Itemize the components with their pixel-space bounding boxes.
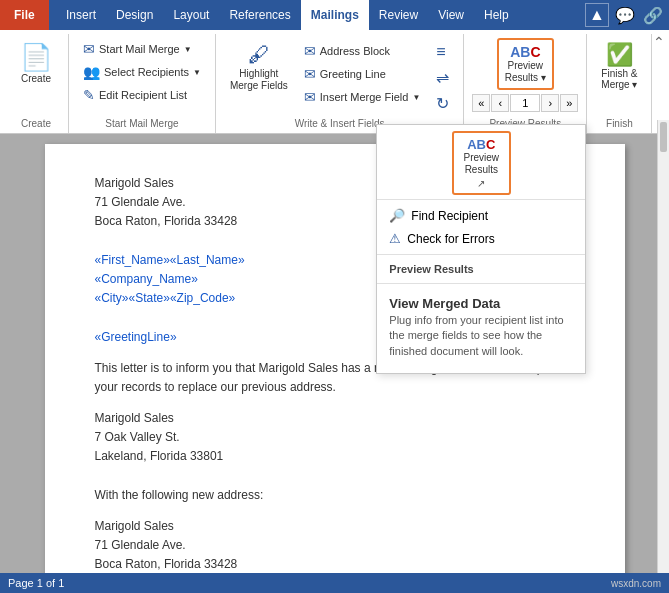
edit-recipient-label: Edit Recipient List (99, 89, 187, 101)
dropdown-abc-icon: ABC (464, 137, 500, 152)
view-merged-data-title: View Merged Data (377, 288, 585, 313)
doc-addr3-2: Boca Raton, Florida 33428 (95, 555, 575, 574)
group-write-insert: 🖋 HighlightMerge Fields ✉ Address Block … (216, 34, 464, 133)
view-merged-data-desc: Plug info from your recipient list into … (377, 313, 585, 365)
tab-mailings[interactable]: Mailings (301, 0, 369, 30)
collapse-ribbon-button[interactable]: ⌃ (653, 34, 665, 50)
tab-design[interactable]: Design (106, 0, 163, 30)
preview-results-label: PreviewResults ▾ (505, 60, 546, 84)
dropdown-preview-label: PreviewResults (464, 152, 500, 176)
tab-review[interactable]: Review (369, 0, 428, 30)
last-record-button[interactable]: » (560, 94, 578, 112)
doc-with-following: With the following new address: (95, 486, 575, 505)
dropdown-divider-1 (377, 199, 585, 200)
find-recipient-label: Find Recipient (411, 209, 488, 223)
create-group-label: Create (21, 116, 51, 129)
watermark-text: wsxdn.com (611, 578, 661, 589)
create-label: Create (21, 73, 51, 84)
start-mail-merge-chevron: ▼ (184, 45, 192, 54)
rules-button[interactable]: ≡ (430, 40, 455, 64)
check-for-errors-label: Check for Errors (407, 232, 494, 246)
group-preview-results: ABC PreviewResults ▾ « ‹ › » Preview Res… (464, 34, 587, 133)
edit-list-icon: ✎ (83, 87, 95, 103)
tab-references[interactable]: References (219, 0, 300, 30)
prev-record-button[interactable]: ‹ (491, 94, 509, 112)
preview-results-dropdown: ABC PreviewResults ↗ 🔎 Find Recipient ⚠ … (376, 124, 586, 374)
create-button[interactable]: 📄 Create (12, 38, 60, 88)
greeting-line-button[interactable]: ✉ Greeting Line (298, 63, 427, 85)
check-for-errors-item[interactable]: ⚠ Check for Errors (377, 227, 585, 250)
tab-layout[interactable]: Layout (163, 0, 219, 30)
first-record-button[interactable]: « (472, 94, 490, 112)
doc-sender2: Marigold Sales (95, 409, 575, 428)
highlight-merge-fields-button[interactable]: 🖋 HighlightMerge Fields (224, 38, 294, 96)
dropdown-divider-2 (377, 254, 585, 255)
find-recipient-icon: 🔎 (389, 208, 405, 223)
group-finish: ✅ Finish &Merge ▾ Finish (587, 34, 652, 133)
select-recipients-button[interactable]: 👥 Select Recipients ▼ (77, 61, 207, 83)
start-mail-merge-group-label: Start Mail Merge (105, 116, 178, 129)
record-number-input[interactable] (510, 94, 540, 112)
doc-addr2-1: 7 Oak Valley St. (95, 428, 575, 447)
finish-label: Finish &Merge ▾ (601, 68, 637, 90)
ribbon-collapse-btn[interactable]: ▲ (585, 3, 609, 27)
doc-addr3-1: 71 Glendale Ave. (95, 536, 575, 555)
ribbon-top-bar: File Home Insert Design Layout Reference… (0, 0, 669, 30)
finish-group-label: Finish (606, 116, 633, 129)
address-block-label: Address Block (320, 45, 390, 57)
start-mail-merge-button[interactable]: ✉ Start Mail Merge ▼ (77, 38, 207, 60)
doc-sender3: Marigold Sales (95, 517, 575, 536)
insert-merge-field-button[interactable]: ✉ Insert Merge Field ▼ (298, 86, 427, 108)
group-start-mail-merge: ✉ Start Mail Merge ▼ 👥 Select Recipients… (69, 34, 216, 133)
insert-field-icon: ✉ (304, 89, 316, 105)
tab-file[interactable]: File (0, 0, 49, 30)
insert-field-chevron: ▼ (412, 93, 420, 102)
select-recipients-label: Select Recipients (104, 66, 189, 78)
edit-recipient-list-button[interactable]: ✎ Edit Recipient List (77, 84, 207, 106)
group-create: 📄 Create Create (4, 34, 69, 133)
finish-icon: ✅ (606, 42, 633, 68)
abc-preview-icon: ABC (505, 44, 546, 60)
comments-btn[interactable]: 💬 (613, 3, 637, 27)
preview-results-button[interactable]: ABC PreviewResults ▾ (497, 38, 554, 90)
ribbon: 📄 Create Create ✉ Start Mail Merge ▼ 👥 S… (0, 30, 669, 134)
status-bar: Page 1 of 1 wsxdn.com (0, 573, 669, 593)
match-fields-button[interactable]: ⇌ (430, 65, 455, 90)
finish-merge-button[interactable]: ✅ Finish &Merge ▾ (595, 38, 643, 94)
check-errors-icon: ⚠ (389, 231, 401, 246)
mail-merge-icon: ✉ (83, 41, 95, 57)
select-recipients-chevron: ▼ (193, 68, 201, 77)
find-recipient-item[interactable]: 🔎 Find Recipient (377, 204, 585, 227)
recipients-icon: 👥 (83, 64, 100, 80)
tab-view[interactable]: View (428, 0, 474, 30)
insert-merge-field-label: Insert Merge Field (320, 91, 409, 103)
update-labels-button[interactable]: ↻ (430, 91, 455, 116)
highlight-icon: 🖋 (248, 42, 270, 68)
address-block-button[interactable]: ✉ Address Block (298, 40, 427, 62)
greeting-line-label: Greeting Line (320, 68, 386, 80)
start-mail-merge-label: Start Mail Merge (99, 43, 180, 55)
dropdown-preview-btn[interactable]: ABC PreviewResults ↗ (452, 131, 512, 195)
dropdown-cursor-icon: ↗ (464, 178, 500, 189)
vertical-scrollbar[interactable] (657, 120, 669, 573)
write-insert-group-label: Write & Insert Fields (295, 116, 385, 129)
highlight-label: HighlightMerge Fields (230, 68, 288, 92)
next-record-button[interactable]: › (541, 94, 559, 112)
status-text: Page 1 of 1 (8, 577, 64, 589)
dropdown-divider-3 (377, 283, 585, 284)
navigation-arrows: « ‹ › » (472, 94, 578, 112)
preview-results-submenu-label: Preview Results (377, 259, 585, 279)
address-block-icon: ✉ (304, 43, 316, 59)
greeting-icon: ✉ (304, 66, 316, 82)
tab-insert[interactable]: Insert (56, 0, 106, 30)
tab-help[interactable]: Help (474, 0, 519, 30)
create-icon: 📄 (20, 42, 52, 73)
share-btn[interactable]: 🔗 (641, 3, 665, 27)
doc-addr2-2: Lakeland, Florida 33801 (95, 447, 575, 466)
